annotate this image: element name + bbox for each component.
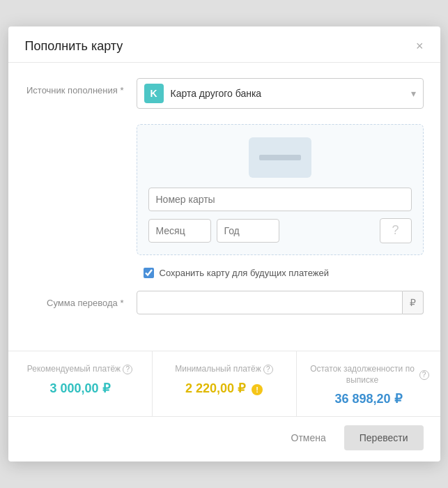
source-row: Источник пополнения * K Карта другого ба…: [25, 78, 424, 109]
card-form-row: ?: [25, 121, 424, 255]
dialog-footer: Отмена Перевести: [8, 416, 440, 462]
dialog-body: Источник пополнения * K Карта другого ба…: [8, 63, 440, 338]
info-item-balance-title: Остаток задолженности по выписке ?: [308, 364, 429, 386]
info-item-minimum-value: 2 220,00 ₽ !: [164, 381, 285, 396]
close-icon[interactable]: ×: [416, 40, 424, 52]
submit-button[interactable]: Перевести: [344, 425, 424, 450]
cancel-button[interactable]: Отмена: [283, 427, 334, 449]
source-control: K Карта другого банка ▾: [137, 78, 424, 109]
dialog: Пополнить карту × Источник пополнения * …: [8, 26, 440, 462]
card-visual: [249, 137, 311, 178]
amount-row: Сумма перевода * ₽: [25, 291, 424, 314]
card-number-input[interactable]: [148, 188, 412, 211]
dialog-header: Пополнить карту ×: [8, 26, 440, 62]
dialog-title: Пополнить карту: [25, 39, 123, 54]
amount-control: ₽: [137, 291, 424, 314]
card-cvv-button[interactable]: ?: [380, 218, 412, 243]
save-card-row: Сохранить карту для будущих платежей: [144, 268, 424, 278]
cvv-question-icon: ?: [392, 223, 399, 238]
source-select-dropdown[interactable]: K Карта другого банка ▾: [137, 78, 424, 109]
source-select-left: K Карта другого банка: [144, 84, 262, 103]
amount-input-row: ₽: [137, 291, 424, 314]
recommended-help-icon[interactable]: ?: [123, 365, 132, 374]
chevron-down-icon: ▾: [411, 88, 416, 99]
amount-suffix: ₽: [403, 291, 424, 314]
info-item-minimum-title: Минимальный платёж ?: [164, 364, 285, 375]
minimum-warning-icon[interactable]: !: [252, 384, 263, 395]
card-month-input[interactable]: [148, 219, 211, 243]
info-item-recommended-value: 3 000,00 ₽: [20, 381, 141, 396]
card-form-label: [25, 121, 137, 128]
info-item-balance: Остаток задолженности по выписке ? 36 89…: [297, 351, 440, 416]
save-card-checkbox[interactable]: [144, 268, 154, 278]
card-form-box: ?: [137, 124, 424, 255]
source-label: Источник пополнения *: [25, 78, 137, 96]
save-card-label: Сохранить карту для будущих платежей: [160, 268, 329, 278]
card-image-area: [148, 137, 412, 178]
card-expiry-row: ?: [148, 218, 412, 243]
card-form-control: ?: [137, 121, 424, 255]
info-section: Рекомендуемый платёж ? 3 000,00 ₽ Минима…: [8, 351, 440, 416]
info-item-recommended: Рекомендуемый платёж ? 3 000,00 ₽: [8, 351, 153, 416]
card-year-input[interactable]: [217, 219, 279, 243]
info-item-minimum: Минимальный платёж ? 2 220,00 ₽ !: [153, 351, 297, 416]
minimum-help-icon[interactable]: ?: [263, 365, 273, 374]
card-stripe-decoration: [259, 155, 301, 160]
bank-icon: K: [144, 84, 164, 103]
balance-help-icon[interactable]: ?: [419, 370, 429, 380]
info-item-recommended-title: Рекомендуемый платёж ?: [20, 364, 141, 375]
info-item-balance-value: 36 898,20 ₽: [308, 391, 429, 406]
amount-label: Сумма перевода *: [25, 291, 137, 308]
amount-input[interactable]: [137, 291, 403, 314]
source-value-label: Карта другого банка: [171, 88, 262, 99]
